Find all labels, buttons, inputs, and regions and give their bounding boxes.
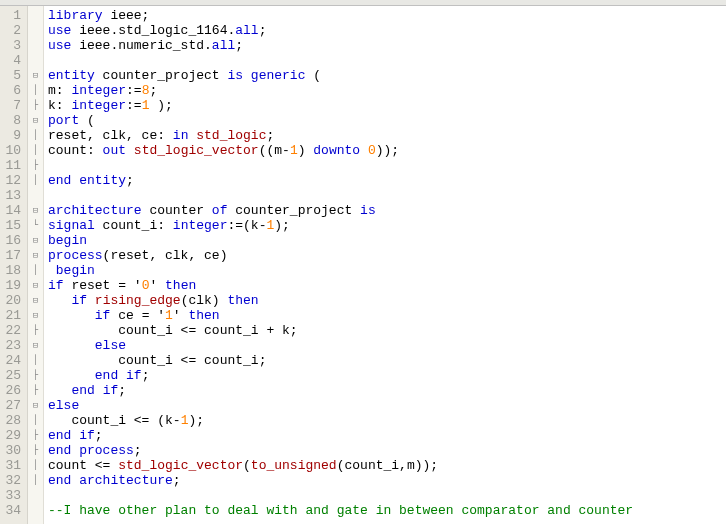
token: end (48, 443, 71, 458)
fold-marker[interactable]: ⊟ (28, 278, 43, 293)
fold-marker[interactable]: ⊟ (28, 338, 43, 353)
token: if (48, 278, 64, 293)
code-line[interactable]: else (48, 338, 726, 353)
fold-marker: │ (28, 173, 43, 188)
fold-marker: ├ (28, 323, 43, 338)
line-number: 33 (4, 488, 21, 503)
token: process (48, 248, 103, 263)
fold-marker[interactable]: ⊟ (28, 113, 43, 128)
line-number: 21 (4, 308, 21, 323)
line-number: 16 (4, 233, 21, 248)
token (118, 368, 126, 383)
code-line[interactable]: count <= std_logic_vector(to_unsigned(co… (48, 458, 726, 473)
token: integer (71, 98, 126, 113)
code-line[interactable]: k: integer:=1 ); (48, 98, 726, 113)
code-line[interactable]: end architecture; (48, 473, 726, 488)
code-line[interactable]: use ieee.std_logic_1164.all; (48, 23, 726, 38)
fold-marker (28, 53, 43, 68)
token (48, 263, 56, 278)
code-line[interactable] (48, 488, 726, 503)
code-line[interactable]: m: integer:=8; (48, 83, 726, 98)
token: std_logic_vector (134, 143, 259, 158)
code-line[interactable]: end if; (48, 368, 726, 383)
token: ieee.numeric_std. (71, 38, 211, 53)
code-editor[interactable]: 1234567891011121314151617181920212223242… (0, 6, 726, 524)
token (87, 293, 95, 308)
line-number: 20 (4, 293, 21, 308)
line-number: 23 (4, 338, 21, 353)
token: ; (235, 38, 243, 53)
code-line[interactable]: if ce = '1' then (48, 308, 726, 323)
code-line[interactable]: else (48, 398, 726, 413)
token: if (103, 383, 119, 398)
code-line[interactable]: --I have other plan to deal with and gat… (48, 503, 726, 518)
fold-marker[interactable]: ⊟ (28, 398, 43, 413)
token: ((m- (259, 143, 290, 158)
code-area[interactable]: library ieee;use ieee.std_logic_1164.all… (44, 6, 726, 524)
code-line[interactable]: count_i <= count_i; (48, 353, 726, 368)
token: if (126, 368, 142, 383)
code-line[interactable] (48, 53, 726, 68)
code-line[interactable]: count: out std_logic_vector((m-1) downto… (48, 143, 726, 158)
line-number: 19 (4, 278, 21, 293)
fold-marker (28, 23, 43, 38)
fold-marker[interactable]: ⊟ (28, 68, 43, 83)
token: end (48, 173, 71, 188)
token: m: (48, 83, 71, 98)
token: if (79, 428, 95, 443)
code-line[interactable] (48, 188, 726, 203)
code-line[interactable]: process(reset, clk, ce) (48, 248, 726, 263)
token: ' (173, 308, 189, 323)
token: then (227, 293, 258, 308)
fold-marker[interactable]: ⊟ (28, 203, 43, 218)
code-line[interactable]: end process; (48, 443, 726, 458)
token: in (173, 128, 189, 143)
fold-marker[interactable]: ⊟ (28, 248, 43, 263)
token (95, 383, 103, 398)
token: reset = ' (64, 278, 142, 293)
token: ); (149, 98, 172, 113)
fold-marker: │ (28, 458, 43, 473)
code-line[interactable] (48, 158, 726, 173)
line-number: 12 (4, 173, 21, 188)
line-number: 3 (4, 38, 21, 53)
line-number: 11 (4, 158, 21, 173)
fold-marker[interactable]: ⊟ (28, 233, 43, 248)
code-line[interactable]: if rising_edge(clk) then (48, 293, 726, 308)
fold-marker: │ (28, 83, 43, 98)
code-line[interactable]: entity counter_project is generic ( (48, 68, 726, 83)
line-number: 10 (4, 143, 21, 158)
line-number: 15 (4, 218, 21, 233)
code-line[interactable]: port ( (48, 113, 726, 128)
code-line[interactable]: use ieee.numeric_std.all; (48, 38, 726, 53)
code-line[interactable]: count_i <= (k-1); (48, 413, 726, 428)
code-line[interactable]: end if; (48, 428, 726, 443)
fold-marker (28, 8, 43, 23)
token: ; (173, 473, 181, 488)
token: count_i: (95, 218, 173, 233)
token: of (212, 203, 228, 218)
token: count_i <= count_i + k; (48, 323, 298, 338)
code-line[interactable]: begin (48, 263, 726, 278)
code-line[interactable]: if reset = '0' then (48, 278, 726, 293)
code-line[interactable]: signal count_i: integer:=(k-1); (48, 218, 726, 233)
token: := (126, 83, 142, 98)
fold-marker[interactable]: ⊟ (28, 293, 43, 308)
fold-marker[interactable]: ⊟ (28, 308, 43, 323)
code-line[interactable]: end entity; (48, 173, 726, 188)
code-line[interactable]: begin (48, 233, 726, 248)
token: use (48, 23, 71, 38)
fold-gutter[interactable]: ⊟│├⊟││├│⊟└⊟⊟│⊟⊟⊟├⊟│├├⊟│├├││ (28, 6, 44, 524)
code-line[interactable]: end if; (48, 383, 726, 398)
fold-marker: └ (28, 218, 43, 233)
token: --I have other plan to deal with and gat… (48, 503, 633, 518)
fold-marker (28, 488, 43, 503)
code-line[interactable]: library ieee; (48, 8, 726, 23)
token: count <= (48, 458, 118, 473)
token: ; (266, 128, 274, 143)
code-line[interactable]: reset, clk, ce: in std_logic; (48, 128, 726, 143)
code-line[interactable]: count_i <= count_i + k; (48, 323, 726, 338)
code-line[interactable]: architecture counter of counter_project … (48, 203, 726, 218)
token: (count_i,m)); (337, 458, 438, 473)
token: if (95, 308, 111, 323)
